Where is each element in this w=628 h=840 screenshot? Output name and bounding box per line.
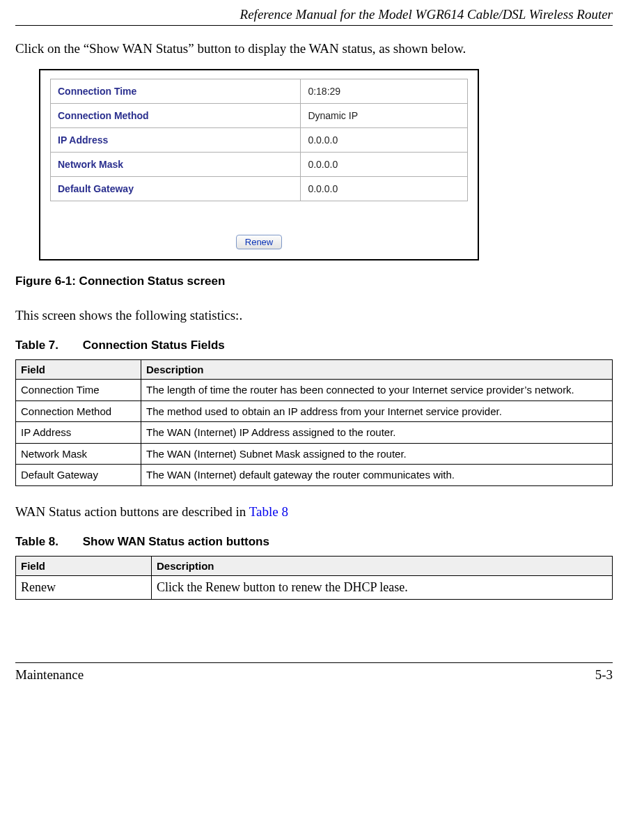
status-value: 0.0.0.0 [301,128,468,153]
wan-text-pre: WAN Status action buttons are described … [15,504,249,519]
cell-desc: Click the Renew button to renew the DHCP… [152,575,613,599]
table8: Field Description Renew Click the Renew … [15,556,613,600]
status-label: Network Mask [51,153,301,177]
cell-desc: The WAN (Internet) Subnet Mask assigned … [141,443,613,465]
cell-field: IP Address [16,422,141,444]
table8-number: Table 8. [15,535,79,549]
status-row: Default Gateway 0.0.0.0 [51,177,468,201]
table-row: Default Gateway The WAN (Internet) defau… [16,465,613,486]
th-field: Field [16,360,141,380]
table7: Field Description Connection Time The le… [15,359,613,486]
table8-link[interactable]: Table 8 [249,504,288,519]
status-value: Dynamic IP [301,104,468,128]
th-description: Description [152,556,613,575]
figure-caption: Figure 6-1: Connection Status screen [15,274,613,288]
cell-desc: The length of time the router has been c… [141,380,613,401]
intro-paragraph: Click on the “Show WAN Status” button to… [15,41,613,56]
table-row: Network Mask The WAN (Internet) Subnet M… [16,443,613,465]
status-row: Connection Method Dynamic IP [51,104,468,128]
renew-button[interactable]: Renew [236,235,282,249]
table8-title: Show WAN Status action buttons [83,535,269,548]
renew-button-wrap: Renew [50,235,468,249]
cell-field: Renew [16,575,152,599]
table7-caption: Table 7. Connection Status Fields [15,339,613,352]
cell-desc: The WAN (Internet) IP Address assigned t… [141,422,613,444]
wan-status-screenshot: Connection Time 0:18:29 Connection Metho… [39,69,479,260]
table7-number: Table 7. [15,339,79,352]
cell-desc: The WAN (Internet) default gateway the r… [141,465,613,486]
stats-paragraph: This screen shows the following statisti… [15,308,613,323]
cell-field: Connection Time [16,380,141,401]
th-field: Field [16,556,152,575]
status-value: 0:18:29 [301,79,468,104]
table7-title: Connection Status Fields [83,339,225,352]
status-label: Connection Time [51,79,301,104]
status-label: Default Gateway [51,177,301,201]
status-row: Connection Time 0:18:29 [51,79,468,104]
table-row: Connection Time The length of time the r… [16,380,613,401]
table-row: IP Address The WAN (Internet) IP Address… [16,422,613,444]
status-label: IP Address [51,128,301,153]
table-row: Connection Method The method used to obt… [16,400,613,422]
status-value: 0.0.0.0 [301,153,468,177]
footer-right: 5-3 [595,667,613,683]
th-description: Description [141,360,613,380]
status-row: Network Mask 0.0.0.0 [51,153,468,177]
table8-caption: Table 8. Show WAN Status action buttons [15,535,613,549]
table-header-row: Field Description [16,360,613,380]
footer-left: Maintenance [15,667,84,683]
status-label: Connection Method [51,104,301,128]
cell-field: Default Gateway [16,465,141,486]
status-value: 0.0.0.0 [301,177,468,201]
status-row: IP Address 0.0.0.0 [51,128,468,153]
table-row: Renew Click the Renew button to renew th… [16,575,613,599]
cell-field: Connection Method [16,400,141,422]
page-header: Reference Manual for the Model WGR614 Ca… [15,0,613,26]
status-table: Connection Time 0:18:29 Connection Metho… [50,79,468,201]
cell-desc: The method used to obtain an IP address … [141,400,613,422]
cell-field: Network Mask [16,443,141,465]
table-header-row: Field Description [16,556,613,575]
page-footer: Maintenance 5-3 [15,662,613,683]
wan-action-paragraph: WAN Status action buttons are described … [15,504,613,520]
